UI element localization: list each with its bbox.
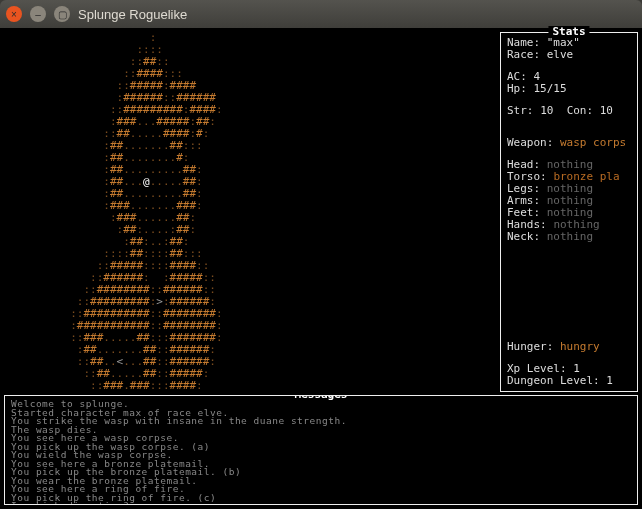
message-lines: Welcome to splunge.Started character max… xyxy=(11,400,631,505)
window-maximize-button[interactable]: ▢ xyxy=(54,6,70,22)
dungeon-map[interactable]: : :::: ::##:: ::####::: ::#####:#### xyxy=(4,32,498,392)
dlvl-value: 1 xyxy=(606,374,613,387)
stats-panel: Stats Name: "max" Race: elve AC: 4 Hp: 1… xyxy=(500,32,638,392)
dlvl-label: Dungeon Level: xyxy=(507,374,600,387)
window-title: Splunge Roguelike xyxy=(78,7,187,22)
race-label: Race: xyxy=(507,48,540,61)
hp-label: Hp: xyxy=(507,82,527,95)
weapon-label: Weapon: xyxy=(507,136,553,149)
con-label: Con: xyxy=(567,104,594,117)
weapon-value: wasp corps xyxy=(560,136,626,149)
messages-title: Messages xyxy=(291,395,352,401)
message-line: In which direction? xyxy=(11,502,631,505)
str-value: 10 xyxy=(540,104,553,117)
con-value: 10 xyxy=(600,104,613,117)
window-minimize-button[interactable]: – xyxy=(30,6,46,22)
hunger-label: Hunger: xyxy=(507,340,553,353)
window-titlebar: × – ▢ Splunge Roguelike xyxy=(0,0,642,28)
hunger-value: hungry xyxy=(560,340,600,353)
race-value: elve xyxy=(547,48,574,61)
equip-slot: Neck: nothing xyxy=(507,231,631,243)
message-log: Messages Welcome to splunge.Started char… xyxy=(4,395,638,505)
equipment-slots: Head: nothingTorso: bronze plaLegs: noth… xyxy=(507,159,631,243)
hp-value: 15/15 xyxy=(534,82,567,95)
message-line: You strike the wasp with insane in the d… xyxy=(11,417,631,426)
game-client: : :::: ::##:: ::####::: ::#####:#### xyxy=(0,28,642,509)
str-label: Str: xyxy=(507,104,534,117)
stats-title: Stats xyxy=(548,26,589,38)
window-close-button[interactable]: × xyxy=(6,6,22,22)
